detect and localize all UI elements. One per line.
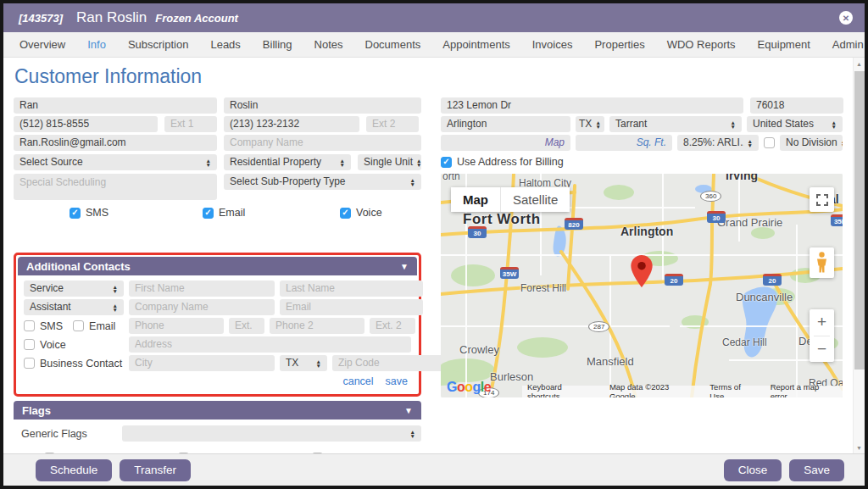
sales-rep-apay-checkbox[interactable] (312, 453, 323, 454)
satellite-view-button[interactable]: Satellite (501, 187, 570, 212)
tab-subscription[interactable]: Subscription (117, 38, 200, 51)
contact-sms-checkbox[interactable] (24, 320, 35, 331)
content-area: Customer Information Select Source ▲▼ (3, 58, 865, 453)
tab-invoices[interactable]: Invoices (521, 38, 584, 51)
company-name-field[interactable] (224, 135, 421, 151)
street-view-pegman-button[interactable] (810, 247, 834, 278)
account-status: Frozen Account (155, 12, 238, 25)
save-button[interactable]: Save (789, 459, 844, 481)
map-label: Burleson (490, 370, 533, 383)
google-map[interactable]: orth Haltom City Irving al Fort Worth Ar… (441, 174, 843, 397)
sms-checkbox[interactable] (70, 208, 81, 219)
contact-city-field[interactable] (129, 355, 275, 371)
contact-phone2-field[interactable] (270, 318, 364, 334)
zip-code-field[interactable] (750, 97, 843, 114)
tab-properties[interactable]: Properties (583, 38, 655, 51)
scrollbar-thumb[interactable] (854, 71, 865, 370)
scroll-up-arrow-icon[interactable]: ▲ (854, 58, 865, 69)
customer-form: Select Source ▲▼ Residential Property ▲▼… (14, 97, 421, 453)
contact-type-select[interactable]: Service ▲▼ (24, 281, 124, 297)
phone2-field[interactable] (224, 116, 359, 132)
county-select[interactable]: Tarrant ▲▼ (609, 116, 742, 132)
tab-overview[interactable]: Overview (8, 38, 76, 51)
contact-email-checkbox[interactable] (73, 320, 84, 331)
pegman-icon (815, 252, 828, 274)
title-bar: [143573] Ran Roslin Frozen Account ✕ (3, 3, 865, 32)
switch-over-checkbox[interactable] (178, 453, 189, 454)
terms-of-use-link[interactable]: Terms of Use (709, 382, 756, 397)
google-logo[interactable]: Google (447, 380, 491, 395)
tab-wdo-reports[interactable]: WDO Reports (656, 38, 747, 51)
use-address-for-billing-checkbox[interactable] (441, 157, 452, 168)
scroll-down-arrow-icon[interactable]: ▼ (854, 442, 865, 453)
special-scheduling-field[interactable] (14, 174, 217, 200)
ext2-field[interactable] (366, 116, 419, 132)
ext1-field[interactable] (164, 116, 217, 132)
contact-state-select[interactable]: TX ▲▼ (280, 355, 327, 371)
tax-rate-select[interactable]: 8.25%: ARLI… ▲▼ (677, 135, 759, 151)
contact-address-field[interactable] (129, 336, 411, 353)
email-checkbox[interactable] (203, 208, 214, 219)
contact-company-field[interactable] (129, 299, 275, 315)
phone1-field[interactable] (14, 116, 158, 132)
last-name-field[interactable] (224, 97, 421, 114)
fullscreen-button[interactable] (810, 187, 834, 212)
vertical-scrollbar[interactable]: ▲ ▼ (853, 58, 865, 453)
cancel-link[interactable]: cancel (342, 375, 373, 387)
division-checkbox[interactable] (764, 137, 775, 148)
unit-select[interactable]: Single Unit ▲▼ (358, 154, 421, 170)
country-select[interactable]: United States ▲▼ (747, 116, 843, 132)
sms-option: SMS (70, 207, 203, 219)
schedule-button[interactable]: Schedule (36, 459, 112, 481)
first-name-field[interactable] (14, 97, 217, 114)
property-type-select[interactable]: Residential Property ▲▼ (224, 154, 351, 170)
zoom-out-button[interactable]: − (810, 336, 834, 363)
tab-equipment[interactable]: Equipment (747, 38, 821, 51)
contact-last-name-field[interactable] (280, 281, 423, 297)
generic-flags-select[interactable]: ▲▼ (122, 425, 421, 442)
contact-first-name-field[interactable] (129, 281, 275, 297)
stepper-icon: ▲▼ (316, 359, 321, 368)
tab-admin[interactable]: Admin (821, 38, 868, 51)
city-field[interactable] (441, 116, 570, 132)
state-select[interactable]: TX ▲▼ (576, 116, 604, 132)
contact-ext-field[interactable] (229, 318, 264, 334)
email-field[interactable] (14, 135, 217, 151)
close-icon[interactable]: ✕ (839, 11, 853, 25)
map-zoom-control: + − (810, 309, 834, 362)
tab-leads[interactable]: Leads (199, 38, 251, 51)
close-button[interactable]: Close (724, 459, 782, 481)
source-select[interactable]: Select Source ▲▼ (14, 154, 217, 170)
contact-phone-field[interactable] (129, 318, 224, 334)
report-map-error-link[interactable]: Report a map error (771, 382, 837, 397)
map-label: Arlington (620, 225, 673, 238)
map-link[interactable]: Map (441, 135, 570, 151)
street-address-field[interactable] (441, 97, 743, 114)
tab-appointments[interactable]: Appointments (431, 38, 521, 51)
contact-ext2-field[interactable] (370, 318, 415, 334)
transfer-button[interactable]: Transfer (120, 459, 191, 481)
flags-header[interactable]: Flags ▼ (14, 401, 421, 420)
additional-contacts-header[interactable]: Additional Contacts ▼ (18, 257, 417, 275)
keyboard-shortcuts-link[interactable]: Keyboard shortcuts (527, 382, 596, 397)
contact-voice-checkbox[interactable] (24, 339, 35, 350)
generic-flags-label: Generic Flags (14, 428, 122, 440)
save-link[interactable]: save (386, 375, 408, 387)
paid-in-full-checkbox[interactable] (44, 453, 55, 454)
tab-documents[interactable]: Documents (354, 38, 432, 51)
tab-notes[interactable]: Notes (303, 38, 354, 51)
sqft-link[interactable]: Sq. Ft. (576, 135, 672, 151)
map-pin-icon[interactable] (631, 255, 653, 287)
contact-email-field[interactable] (280, 299, 423, 315)
division-select[interactable]: No Division ▲▼ (780, 135, 843, 151)
voice-checkbox[interactable] (340, 208, 351, 219)
sub-property-select[interactable]: Select Sub-Property Type ▲▼ (224, 174, 421, 190)
contact-voice-option: Voice (24, 336, 124, 353)
zoom-in-button[interactable]: + (810, 309, 834, 336)
business-contact-checkbox[interactable] (24, 358, 35, 369)
address-form: TX ▲▼ Tarrant ▲▼ United States ▲▼ Map Sq… (441, 97, 843, 397)
tab-billing[interactable]: Billing (252, 38, 303, 51)
contact-role-select[interactable]: Assistant ▲▼ (24, 299, 124, 315)
tab-info[interactable]: Info (76, 38, 117, 51)
map-view-button[interactable]: Map (451, 187, 501, 212)
